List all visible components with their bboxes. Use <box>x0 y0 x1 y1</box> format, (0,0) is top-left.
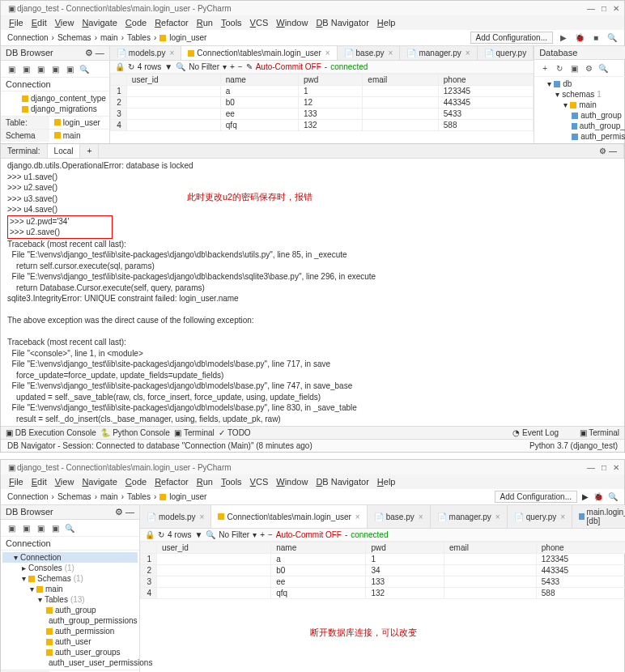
search-icon[interactable]: 🔍 <box>606 32 618 44</box>
tool-tab[interactable]: ▣ Terminal <box>580 428 619 437</box>
tree-item[interactable]: auth_group <box>2 605 138 615</box>
run-icon[interactable]: ▶ <box>558 32 569 44</box>
menubar[interactable]: FileEditViewNavigateCodeRefactorRunTools… <box>1 474 624 489</box>
crumb[interactable]: main <box>100 33 118 42</box>
col-header[interactable]: pwd <box>299 74 363 86</box>
tool-icon[interactable]: + <box>539 62 551 74</box>
tool-icon[interactable]: ▣ <box>64 63 75 74</box>
table-row[interactable]: 3ee1335433 <box>110 108 533 120</box>
crumb[interactable]: Tables <box>127 33 151 42</box>
add-config-button[interactable]: Add Configuration... <box>495 491 577 503</box>
tool-tab[interactable]: ▣ DB Execution Console <box>6 428 96 437</box>
stop-icon[interactable]: ■ <box>590 32 602 44</box>
value[interactable]: main <box>63 131 81 140</box>
tree-item[interactable]: ▾ Tables (13) <box>2 594 138 605</box>
tool-icon[interactable]: 🔍 <box>79 63 90 74</box>
crumb[interactable]: login_user <box>169 33 206 42</box>
menu-code[interactable]: Code <box>122 17 150 28</box>
tool-icon[interactable]: ▣ <box>6 63 17 74</box>
tree-item[interactable]: django_migrations <box>2 104 108 114</box>
minimize-icon[interactable]: — <box>587 4 595 13</box>
col-header[interactable]: email <box>363 74 438 86</box>
add-terminal-button[interactable]: + <box>80 144 99 158</box>
tool-icon[interactable]: ▣ <box>20 63 32 74</box>
tree-item[interactable]: auth_group_permissions <box>536 121 625 131</box>
tree-item[interactable]: ▾ schemas 1 <box>536 89 625 100</box>
table-row[interactable]: 2b012443345 <box>110 97 533 108</box>
tree-item[interactable]: ▾ main <box>536 100 625 110</box>
search-icon[interactable]: 🔍 <box>608 492 618 501</box>
tree-item[interactable]: ▾ db <box>536 79 625 89</box>
debug-icon[interactable]: 🐞 <box>593 492 603 501</box>
tool-icon[interactable]: ↻ <box>128 62 134 71</box>
tool-tab[interactable]: ▣ Terminal <box>174 428 214 437</box>
crumb[interactable]: Schemas <box>57 33 91 42</box>
col-header[interactable]: name <box>220 74 298 86</box>
tab[interactable]: Connection\tables\main.login_user× <box>181 46 337 60</box>
close-icon[interactable]: ✕ <box>613 463 619 472</box>
tree-item[interactable]: auth_group_permissions <box>2 615 138 626</box>
tree-item[interactable]: auth_user_user_permissions <box>2 657 138 668</box>
tab[interactable]: 📄base.py× <box>338 46 401 60</box>
tree-item[interactable]: auth_permission <box>2 626 138 636</box>
tool-icon[interactable]: ▣ <box>49 63 61 74</box>
table-row[interactable]: 3ee1335433 <box>141 576 626 588</box>
gear-icon[interactable]: ⚙ — <box>593 144 624 158</box>
tab[interactable]: 📄query.py <box>478 46 534 60</box>
menu-navigate[interactable]: Navigate <box>79 17 120 28</box>
tree-item[interactable]: ▾ Connection <box>2 552 138 563</box>
tree-item[interactable]: auth_permission <box>536 131 625 142</box>
table-row[interactable]: 4qfq132588 <box>141 588 626 599</box>
menu-window[interactable]: Window <box>273 17 311 28</box>
filter-dropdown[interactable]: No Filter <box>189 62 219 71</box>
tree-item[interactable]: ▸ Consoles (1) <box>2 563 138 573</box>
menu-tools[interactable]: Tools <box>218 17 245 28</box>
tab[interactable]: 📄manager.py× <box>400 46 477 60</box>
close-icon[interactable]: ✕ <box>613 4 619 13</box>
tree-item[interactable]: auth_group <box>536 110 625 121</box>
tree-item[interactable]: auth_user <box>2 636 138 647</box>
tool-tab[interactable]: ✓ TODO <box>219 428 250 437</box>
menu-view[interactable]: View <box>52 17 78 28</box>
tool-icon[interactable]: ✎ <box>246 62 253 71</box>
menu-file[interactable]: File <box>6 17 27 28</box>
gear-icon[interactable]: ⚙ — <box>85 48 104 58</box>
tool-icon[interactable]: ▣ <box>568 62 580 74</box>
minimize-icon[interactable]: — <box>587 463 595 472</box>
terminal-tab[interactable]: Local <box>48 144 81 158</box>
tree-item[interactable]: auth_user_groups <box>2 647 138 657</box>
menu-refactor[interactable]: Refactor <box>151 17 192 28</box>
gear-icon[interactable]: ⚙ — <box>115 507 134 517</box>
run-icon[interactable]: ▶ <box>582 492 589 501</box>
tool-icon[interactable]: 🔒 <box>115 62 125 71</box>
col-header[interactable]: user_id <box>126 74 220 86</box>
maximize-icon[interactable]: □ <box>602 463 606 472</box>
tool-icon[interactable]: ▣ <box>35 63 46 74</box>
table-row[interactable]: 1a1123345 <box>141 554 626 565</box>
tree-item[interactable]: django_content_type <box>2 93 108 104</box>
tool-tab[interactable]: ◔ Event Log <box>512 428 559 437</box>
tree-item[interactable]: ▾ Schemas (1) <box>2 573 138 584</box>
add-config-button[interactable]: Add Configuration... <box>470 32 553 44</box>
menu-vcs[interactable]: VCS <box>247 17 272 28</box>
tool-tab[interactable]: 🐍 Python Console <box>100 428 169 437</box>
tab[interactable]: 📄models.py× <box>110 46 181 60</box>
maximize-icon[interactable]: □ <box>602 4 606 13</box>
menu-edit[interactable]: Edit <box>28 17 50 28</box>
menubar[interactable]: File Edit View Navigate Code Refactor Ru… <box>1 15 624 30</box>
interpreter[interactable]: Python 3.7 (django_test) <box>529 441 618 450</box>
tree-item[interactable]: ▾ main <box>2 584 138 594</box>
table-row[interactable]: 1a1123345 <box>110 86 533 97</box>
tool-icon[interactable]: ⚙ <box>583 62 594 74</box>
value[interactable]: login_user <box>63 118 100 127</box>
crumb[interactable]: Connection <box>7 33 49 42</box>
autocommit-status[interactable]: Auto-Commit OFF <box>256 62 321 71</box>
tool-icon[interactable]: ↻ <box>554 62 565 74</box>
debug-icon[interactable]: 🐞 <box>574 32 585 44</box>
tool-icon[interactable]: − <box>238 62 243 71</box>
tool-icon[interactable]: + <box>230 62 235 71</box>
menu-dbnav[interactable]: DB Navigator <box>312 17 372 28</box>
tool-icon[interactable]: 🔍 <box>597 62 609 74</box>
col-header[interactable]: phone <box>438 74 533 86</box>
table-row[interactable]: 4qfq132588 <box>110 120 533 131</box>
